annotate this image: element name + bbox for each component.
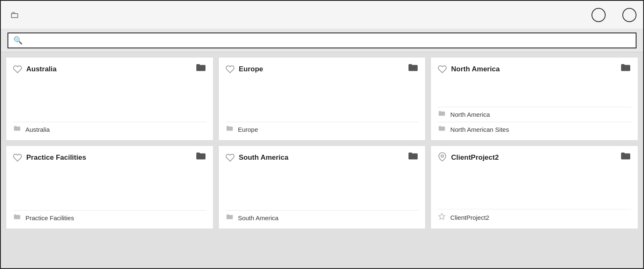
breadcrumb-area: 🗀 <box>8 10 165 20</box>
svg-marker-1 <box>439 214 445 219</box>
search-icon: 🔍 <box>13 36 23 45</box>
card-folder-icon-europe[interactable] <box>408 63 418 75</box>
svg-point-0 <box>441 155 444 157</box>
card-title-practice-facilities: Practice Facilities <box>26 153 86 162</box>
item-folder-icon <box>226 126 234 133</box>
item-folder-icon <box>438 126 446 133</box>
search-bar-area: 🔍 <box>1 29 643 52</box>
card-title-north-america: North America <box>451 65 500 73</box>
item-folder-icon <box>13 214 21 222</box>
card-title-south-america: South America <box>239 153 288 162</box>
search-bar: 🔍 <box>8 33 636 48</box>
card-south-america[interactable]: South AmericaSouth America <box>218 146 426 229</box>
card-practice-facilities[interactable]: Practice FacilitiesPractice Facilities <box>6 146 213 229</box>
list-item[interactable]: ClientProject2 <box>438 209 631 225</box>
card-body-north-america: North AmericaNorth American Sites <box>431 79 638 140</box>
card-north-america[interactable]: North AmericaNorth AmericaNorth American… <box>431 57 638 141</box>
card-folder-icon-south-america[interactable] <box>408 152 418 163</box>
item-label: South America <box>238 214 279 221</box>
card-body-client-project2: ClientProject2 <box>431 168 638 229</box>
heart-icon[interactable] <box>226 65 235 74</box>
card-folder-icon-australia[interactable] <box>195 63 206 75</box>
card-body-australia: Australia <box>6 79 213 140</box>
breadcrumb-folder-icon[interactable]: 🗀 <box>10 10 19 20</box>
list-item[interactable]: Practice Facilities <box>13 210 206 225</box>
card-client-project2[interactable]: ClientProject2ClientProject2 <box>431 146 638 229</box>
item-label: ClientProject2 <box>450 214 489 221</box>
item-folder-icon <box>438 111 446 118</box>
titlebar: 🗀 <box>1 1 643 29</box>
card-australia[interactable]: AustraliaAustralia <box>6 57 213 141</box>
location-pin-icon[interactable] <box>438 152 447 163</box>
search-input[interactable] <box>26 37 627 44</box>
window-controls <box>479 8 636 22</box>
item-label: North America <box>450 111 490 118</box>
card-body-practice-facilities: Practice Facilities <box>6 168 213 229</box>
card-header-north-america: North America <box>431 58 638 79</box>
main-window: 🗀 🔍 AustraliaAustraliaEuropeEuropeNorth … <box>0 0 644 269</box>
card-folder-icon-client-project2[interactable] <box>620 152 631 163</box>
card-header-practice-facilities: Practice Facilities <box>6 146 213 168</box>
card-body-south-america: South America <box>219 168 426 229</box>
item-label: North American Sites <box>450 126 509 133</box>
card-header-client-project2: ClientProject2 <box>431 146 638 168</box>
card-body-europe: Europe <box>219 79 426 140</box>
list-item[interactable]: Europe <box>226 122 419 137</box>
card-title-client-project2: ClientProject2 <box>451 153 499 162</box>
heart-icon[interactable] <box>13 65 22 74</box>
card-header-europe: Europe <box>219 58 426 79</box>
item-label: Australia <box>25 126 50 133</box>
item-label: Europe <box>238 126 258 133</box>
item-star-icon <box>438 213 446 222</box>
card-folder-icon-north-america[interactable] <box>620 63 631 75</box>
card-europe[interactable]: EuropeEurope <box>218 57 426 141</box>
heart-icon[interactable] <box>13 153 22 162</box>
heart-icon[interactable] <box>226 153 235 162</box>
list-item[interactable]: North American Sites <box>438 122 631 137</box>
card-header-australia: Australia <box>6 58 213 79</box>
list-item[interactable]: Australia <box>13 122 206 137</box>
close-button[interactable] <box>622 8 636 22</box>
content-area: AustraliaAustraliaEuropeEuropeNorth Amer… <box>1 52 643 268</box>
card-title-europe: Europe <box>239 65 263 73</box>
minimize-button[interactable] <box>591 8 606 22</box>
card-folder-icon-practice-facilities[interactable] <box>195 152 206 163</box>
card-header-south-america: South America <box>219 146 426 168</box>
item-folder-icon <box>13 126 21 133</box>
item-folder-icon <box>226 214 234 222</box>
card-title-australia: Australia <box>26 65 57 73</box>
cards-grid: AustraliaAustraliaEuropeEuropeNorth Amer… <box>6 57 638 229</box>
heart-icon[interactable] <box>438 65 447 74</box>
list-item[interactable]: South America <box>226 210 419 225</box>
item-label: Practice Facilities <box>25 214 74 221</box>
list-item[interactable]: North America <box>438 107 631 122</box>
